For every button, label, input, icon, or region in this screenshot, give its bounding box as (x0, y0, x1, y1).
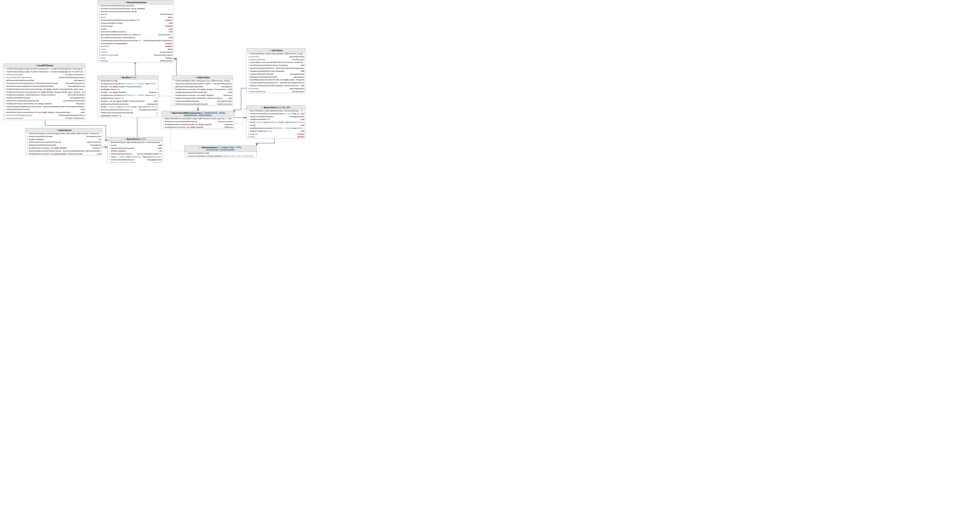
member-return: Response (91, 147, 101, 150)
member-row: ◐userServiceProviderProvider<UserService… (3, 73, 85, 76)
member-signature: newDecoder(BufferAllocator) (175, 100, 216, 102)
member-signature: FabricServer(String, FabricMessageHandle… (29, 132, 99, 135)
class-body: ●FabricServer(String, FabricMessageHandl… (25, 132, 102, 156)
member-row: ●RemoteConnection(SocketChannel, String) (98, 10, 173, 13)
member-icon: ◆ (99, 48, 101, 51)
member-row: ●RpcBus(RpcConfig) (98, 80, 158, 82)
member-icon: ● (108, 156, 111, 158)
member-return: Optional<SSLEngineFactory> (278, 81, 304, 84)
member-icon: ● (248, 84, 250, 87)
member-row: ●newDecoder(BufferAllocator)MessageDecod… (108, 158, 162, 161)
member-return: MessageDecoder (68, 97, 84, 99)
member-row: ●doLazyNotifyOnClose(boolean)boolean (98, 42, 173, 45)
member-signature: channel (101, 13, 158, 16)
member-signature: newHandshakeHandler(C) (111, 153, 135, 155)
member-icon: ● (173, 97, 175, 100)
member-row: ●BasicClientWithConnection(RpcConfig, Bu… (162, 117, 234, 120)
member-icon: ◐ (248, 59, 250, 61)
member-signature: handleReponse(ConnectionThrottle, int, b… (165, 123, 223, 126)
member-return: void (167, 28, 172, 30)
member-row: ●getAndRemoveRpcOutcome(int, int, Class<… (98, 33, 173, 36)
member-return: RecordBatchFormat (66, 85, 84, 88)
member-icon: ● (27, 153, 29, 155)
member-return (156, 83, 158, 85)
member-icon: ● (4, 82, 6, 85)
member-return: FabricConnection (216, 103, 232, 105)
member-signature: handle(C, int, int, byte[], ByteBuf, Res… (101, 100, 152, 102)
member-return (303, 53, 304, 55)
member-signature: initRemoteConnection(SocketChannel) (175, 103, 216, 105)
member-icon: ◐ (99, 16, 101, 19)
member-icon: ● (248, 124, 250, 127)
member-icon: ◆ (99, 54, 101, 56)
member-row: ●connectAsClient(RpcConnectionHandler<R>… (247, 112, 305, 115)
member-return: SocketChannel (158, 51, 172, 54)
member-row: ●send(T, SEND, Class<RECEIVE>, ByteBuf[]… (247, 121, 305, 124)
member-return: oid (80, 91, 84, 94)
class-title: ©RpcBus<T, C> (98, 76, 158, 80)
member-signature: initChannel(SocketChannel) (111, 147, 156, 150)
member-return: MessageLite (220, 86, 232, 88)
member-return: void (167, 37, 172, 39)
member-icon: ● (162, 123, 165, 126)
member-signature: doLazyNotifyOnClose(boolean) (101, 42, 164, 45)
member-return: C (154, 111, 158, 114)
member-icon: ● (99, 28, 101, 30)
member-row: ●newHandshakeHandler(FabricConnection)Se… (25, 150, 102, 153)
member-signature: finalizeConnection(FabricHandshake, Fabr… (175, 97, 226, 100)
member-return: void (156, 144, 162, 146)
member-signature: userServiceProvider (6, 73, 64, 76)
member-signature: newDecoder(BufferAllocator) (250, 73, 288, 75)
member-row: ●validateHandshake(HR)void (247, 118, 305, 121)
member-signature: handle(UserClientConnectionImpl, int, in… (6, 111, 79, 114)
member-return (156, 94, 158, 97)
member-row: ●initRemoteConnection(SocketChannel)User… (3, 99, 85, 102)
member-return: Response (222, 94, 232, 97)
member-return: Response (223, 126, 233, 129)
member-return: MessageLite (72, 79, 84, 82)
member-icon: ◆ (99, 60, 101, 62)
member-row: ●handle(ServerConnection, int, byte[], B… (162, 126, 234, 129)
member-return: void (226, 91, 232, 94)
member-icon: ● (173, 83, 175, 85)
member-row: ●handle(FabricConnection, int, byte[], B… (25, 146, 102, 150)
member-signature: channelCloseHandler (101, 54, 152, 56)
member-icon: ◆ (248, 136, 250, 138)
member-icon: ● (173, 100, 175, 102)
member-icon: ● (248, 115, 250, 118)
member-icon: ● (27, 135, 29, 138)
member-row: ●initChannel(SocketChannel)void (3, 108, 85, 111)
member-signature: get(byte[], Parser<T>) (101, 88, 154, 91)
member-signature: validateHandshake(FabricHandshake) (175, 91, 226, 94)
member-signature: newDecoder(BufferAllocator) (111, 159, 146, 161)
member-row: ●BasicServer(RpcConfig, ByteBufAllocator… (108, 141, 162, 144)
member-icon: ● (4, 105, 6, 108)
member-row: ●bind(int, boolean)int (108, 150, 162, 153)
member-return: T (154, 97, 158, 100)
member-return (171, 10, 172, 13)
member-row: ●connect(RpcConnectionHandler<ServerConn… (247, 61, 305, 64)
member-signature: connect(RpcConnectionHandler<ServerConne… (250, 61, 303, 64)
member-icon: ● (4, 79, 6, 82)
member-row: ●UserRPCServer(RpcConfig, Provider<UserS… (3, 70, 85, 73)
member-signature: send(T, SEND, Class<RECEIVE>, ByteBuf[]) (250, 121, 284, 124)
member-return: RpcEndpointInfos (288, 56, 304, 58)
member-icon: ● (27, 150, 29, 152)
class-body: ●UserClient(String, SabotConfig, boolean… (247, 53, 305, 93)
member-icon: ◆ (248, 88, 250, 90)
member-icon: ● (27, 141, 29, 143)
member-icon: ● (248, 130, 250, 132)
member-return: Response (147, 91, 158, 94)
member-row: ●finalizeConnection(FabricHandshake, Fab… (172, 97, 233, 100)
member-signature: RemoteConnection(SocketChannel, String) (101, 10, 171, 13)
member-icon: ● (248, 67, 250, 70)
member-icon: ● (173, 103, 175, 105)
member-icon: ● (108, 159, 111, 161)
member-signature: finalizeConnection(BitToUserHandshake, S… (250, 84, 299, 87)
member-signature: getResponseDefaultInstance(int) (6, 79, 72, 82)
member-row: ●newCloseListener(SocketChannel, UserCli… (3, 82, 85, 85)
member-signature: newHandshakeHandler(FabricConnection) (29, 150, 61, 152)
member-return: Set<RpcType> (291, 59, 304, 61)
member-return: void (156, 147, 162, 150)
member-row: ●getResponseDefaultInstance(int)MessageL… (98, 103, 158, 106)
